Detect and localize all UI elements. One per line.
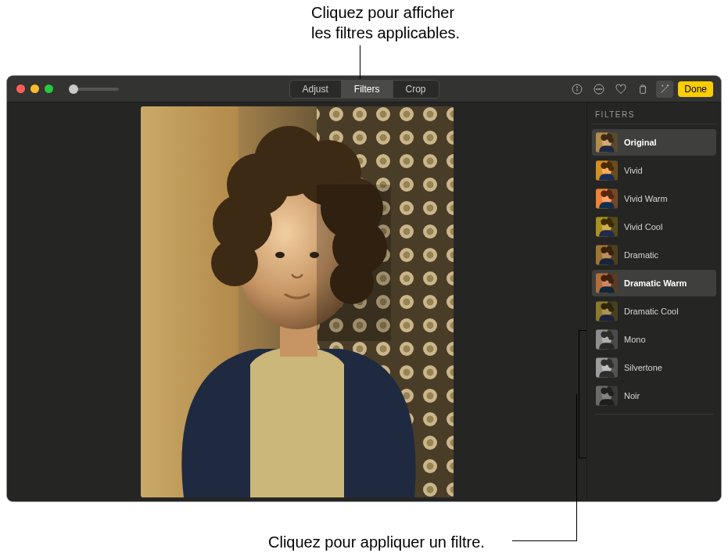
filter-item-dramatic[interactable]: Dramatic (592, 242, 716, 268)
svg-point-60 (608, 278, 614, 284)
svg-point-48 (608, 222, 614, 228)
filter-label: Vivid (624, 166, 643, 175)
filters-panel: FILTERS Original Vivid (586, 102, 721, 501)
svg-point-72 (608, 335, 614, 340)
filter-item-vivid-cool[interactable]: Vivid Cool (592, 214, 716, 240)
svg-point-54 (608, 250, 614, 256)
filter-thumb (596, 273, 618, 293)
svg-point-66 (608, 307, 614, 312)
window-controls (7, 84, 53, 93)
enhance-icon[interactable] (656, 81, 673, 98)
filter-label: Dramatic Cool (624, 307, 679, 316)
svg-point-23 (275, 252, 285, 258)
filter-item-vivid[interactable]: Vivid (592, 157, 716, 184)
filter-item-mono[interactable]: Mono (592, 326, 716, 353)
filter-thumb (596, 188, 618, 209)
svg-point-2 (577, 86, 578, 87)
rotate-icon[interactable] (634, 81, 651, 98)
svg-point-6 (601, 88, 601, 89)
svg-point-4 (597, 88, 597, 89)
zoom-button[interactable] (45, 84, 53, 93)
filter-label: Silvertone (624, 363, 662, 372)
filter-item-original[interactable]: Original (592, 129, 716, 156)
svg-point-5 (599, 88, 600, 89)
filters-panel-divider (595, 414, 713, 415)
favorite-icon[interactable] (612, 81, 629, 98)
more-icon[interactable] (590, 81, 608, 98)
filter-thumb (596, 301, 618, 321)
filters-panel-title: FILTERS (592, 109, 716, 124)
editor-main: FILTERS Original Vivid (7, 102, 721, 501)
callout-bottom-leader-v (576, 394, 577, 541)
filter-thumb (596, 329, 618, 350)
filter-thumb (596, 160, 618, 181)
filter-label: Noir (624, 391, 640, 400)
filter-label: Mono (624, 335, 646, 344)
tab-filters[interactable]: Filters (341, 81, 393, 98)
filter-label: Original (624, 138, 657, 147)
filter-thumb (596, 245, 618, 265)
svg-point-21 (211, 239, 258, 286)
done-button[interactable]: Done (678, 81, 713, 97)
toolbar: Adjust Filters Crop Done (7, 76, 721, 102)
photo-canvas (7, 102, 586, 501)
tab-crop[interactable]: Crop (393, 81, 439, 98)
filters-list: Original Vivid Vivid Warm (592, 129, 716, 409)
filter-thumb (596, 217, 618, 237)
filter-label: Vivid Warm (624, 194, 668, 203)
zoom-slider-thumb[interactable] (69, 84, 78, 94)
svg-point-42 (608, 194, 614, 199)
filter-thumb (596, 357, 618, 378)
svg-point-84 (608, 391, 614, 397)
callout-top-leader (360, 45, 360, 79)
svg-point-36 (608, 166, 614, 171)
svg-point-78 (608, 363, 614, 368)
filter-item-noir[interactable]: Noir (592, 382, 716, 409)
callout-top: Cliquez pour afficher les filtres applic… (311, 2, 460, 43)
filter-thumb (596, 132, 618, 153)
edit-mode-tabs: Adjust Filters Crop (289, 80, 439, 99)
filter-thumb (596, 386, 618, 406)
filter-label: Dramatic (624, 250, 658, 260)
svg-rect-7 (640, 86, 646, 93)
callout-bottom: Cliquez pour appliquer un filtre. (268, 532, 485, 552)
zoom-slider[interactable] (72, 88, 119, 91)
close-button[interactable] (16, 84, 25, 93)
filter-item-dramatic-warm[interactable]: Dramatic Warm (592, 270, 716, 296)
callout-bottom-leader-h (512, 540, 576, 541)
info-icon[interactable] (568, 81, 586, 98)
edited-photo[interactable] (141, 106, 454, 497)
filter-label: Dramatic Warm (624, 278, 687, 288)
filter-item-silvertone[interactable]: Silvertone (592, 354, 716, 381)
filter-label: Vivid Cool (624, 222, 662, 232)
minimize-button[interactable] (30, 84, 39, 93)
svg-point-30 (608, 138, 614, 143)
tab-adjust[interactable]: Adjust (289, 81, 340, 98)
photos-edit-window: Adjust Filters Crop Done (7, 76, 721, 501)
filter-item-dramatic-cool[interactable]: Dramatic Cool (592, 298, 716, 325)
filter-item-vivid-warm[interactable]: Vivid Warm (592, 185, 716, 212)
callout-bottom-bracket (579, 330, 586, 458)
